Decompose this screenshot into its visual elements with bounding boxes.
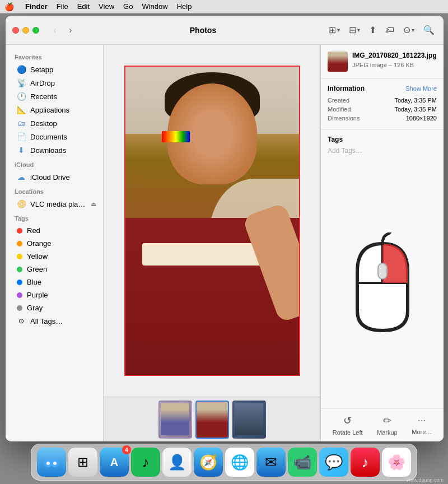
add-tags[interactable]: Add Tags…	[328, 147, 437, 155]
appstore-icon: A	[110, 456, 118, 469]
dock-mail[interactable]: ✉	[256, 448, 286, 477]
rotate-left-button[interactable]: ↺ Rotate Left	[328, 412, 367, 438]
search-icon: 🔍	[423, 25, 435, 35]
toolbar-icons: ⊞ ▾ ⊟ ▾ ⬆ 🏷 ⊙ ▾ 🔍	[326, 24, 437, 36]
dock-contacts[interactable]: 👤	[162, 448, 192, 477]
eject-icon[interactable]: ⏏	[91, 201, 96, 208]
sidebar-item-label: Desktop	[30, 119, 57, 128]
more-icon: ⊙	[403, 25, 410, 35]
sidebar-item-label: Recents	[30, 92, 57, 101]
sidebar-item-blue[interactable]: Blue	[8, 276, 101, 288]
main-photo-container[interactable]	[124, 66, 300, 376]
search-button[interactable]: 🔍	[421, 24, 437, 36]
markup-label: Markup	[377, 429, 398, 436]
dock-chrome[interactable]: 🌐	[225, 448, 254, 477]
sidebar-item-label: iCloud Drive	[30, 173, 70, 182]
sidebar: Favorites 🔵 Setapp 📡 AirDrop 🕐 Recents 📐…	[6, 45, 104, 441]
sidebar-item-gray[interactable]: Gray	[8, 301, 101, 314]
dock-spotify[interactable]: ♪	[131, 448, 160, 477]
sidebar-item-downloads[interactable]: ⬇ Downloads	[8, 143, 101, 157]
thumbnail-3[interactable]	[232, 401, 266, 439]
view-toggle-button[interactable]: ⊞ ▾	[326, 24, 342, 36]
sidebar-item-desktop[interactable]: 🗂 Desktop	[8, 117, 101, 130]
apple-menu[interactable]: 🍎	[4, 2, 14, 11]
menu-finder[interactable]: Finder	[25, 2, 48, 11]
maximize-button[interactable]	[32, 27, 39, 34]
dock-facetime[interactable]: 📹	[288, 448, 317, 477]
sidebar-item-label: Green	[27, 265, 47, 273]
minimize-button[interactable]	[22, 27, 29, 34]
sidebar-item-purple[interactable]: Purple	[8, 288, 101, 301]
gray-dot	[17, 305, 22, 311]
chevron-down-icon: ▾	[337, 27, 340, 33]
menu-file[interactable]: File	[57, 2, 68, 11]
grid-view-button[interactable]: ⊟ ▾	[347, 24, 362, 36]
tag-button[interactable]: 🏷	[383, 24, 396, 36]
sidebar-item-recents[interactable]: 🕐 Recents	[8, 90, 101, 103]
airdrop-icon: 📡	[17, 78, 26, 87]
sidebar-item-green[interactable]: Green	[8, 263, 101, 276]
dock-safari[interactable]: 🧭	[194, 448, 223, 477]
menu-edit[interactable]: Edit	[77, 2, 90, 11]
sidebar-item-red[interactable]: Red	[8, 224, 101, 237]
messages-icon: 💬	[325, 454, 343, 471]
icloud-icon: ☁	[17, 173, 26, 182]
sidebar-item-documents[interactable]: 📄 Documents	[8, 130, 101, 143]
sidebar-item-icloud-drive[interactable]: ☁ iCloud Drive	[8, 170, 101, 184]
finder-icon	[41, 452, 62, 472]
modified-value: Today, 3:35 PM	[394, 106, 437, 113]
sidebar-item-vlc[interactable]: 📀 VLC media pla… ⏏	[8, 197, 101, 211]
photo-rainbow	[162, 131, 190, 142]
sidebar-item-yellow[interactable]: Yellow	[8, 250, 101, 263]
close-button[interactable]	[12, 27, 19, 34]
sidebar-item-airdrop[interactable]: 📡 AirDrop	[8, 76, 101, 90]
back-button[interactable]: ‹	[48, 24, 62, 37]
sidebar-item-all-tags[interactable]: ⊙ All Tags…	[8, 314, 101, 328]
markup-button[interactable]: ✏ Markup	[372, 412, 402, 438]
menu-help[interactable]: Help	[177, 2, 192, 11]
menu-view[interactable]: View	[99, 2, 114, 11]
vlc-icon: 📀	[17, 199, 26, 208]
show-more-link[interactable]: Show More	[405, 85, 437, 92]
thumbnail-2[interactable]	[195, 401, 229, 439]
nav-buttons: ‹ ›	[48, 24, 77, 37]
sidebar-item-label: Blue	[27, 278, 41, 286]
info-section-header: Information Show More	[328, 85, 437, 92]
menu-window[interactable]: Window	[142, 2, 167, 11]
markup-icon: ✏	[383, 415, 391, 427]
sidebar-item-orange[interactable]: Orange	[8, 237, 101, 250]
more-dots-icon: ···	[418, 415, 426, 426]
thumbnail-1[interactable]	[158, 401, 192, 439]
menu-go[interactable]: Go	[123, 2, 133, 11]
sidebar-item-setapp[interactable]: 🔵 Setapp	[8, 63, 101, 76]
facetime-icon: 📹	[293, 454, 311, 471]
more-button[interactable]: ··· More…	[407, 412, 436, 438]
desktop-icon: 🗂	[17, 119, 26, 128]
grid-icon: ⊟	[349, 25, 356, 35]
share-button[interactable]: ⬆	[367, 24, 379, 36]
tags-label: Tags	[6, 211, 103, 224]
dock-appstore[interactable]: A 4	[100, 448, 129, 477]
dock-launchpad[interactable]: ⊞	[68, 448, 97, 477]
dock-messages[interactable]: 💬	[319, 448, 348, 477]
dock-finder[interactable]	[37, 448, 66, 477]
more-label: More…	[412, 429, 432, 435]
file-thumbnail	[328, 52, 348, 72]
right-panel-toolbar: ↺ Rotate Left ✏ Markup ··· More…	[321, 408, 444, 441]
file-header: IMG_20170820_161223.jpg JPEG image – 126…	[321, 45, 444, 79]
spotify-icon: ♪	[142, 454, 150, 471]
sidebar-item-applications[interactable]: 📐 Applications	[8, 103, 101, 117]
green-dot	[17, 267, 22, 272]
tags-title: Tags	[328, 136, 437, 143]
dock-music[interactable]: ♪	[351, 448, 380, 477]
chevron-down-icon2: ▾	[357, 27, 360, 33]
icloud-label: iCloud	[6, 157, 103, 170]
chrome-icon: 🌐	[231, 454, 249, 471]
dock-photos[interactable]: 🌸	[382, 448, 411, 477]
dimensions-label: Dimensions	[328, 115, 360, 122]
documents-icon: 📄	[17, 132, 26, 141]
action-button[interactable]: ⊙ ▾	[401, 24, 417, 36]
tag-icon: 🏷	[385, 25, 394, 35]
blue-dot	[17, 280, 22, 285]
forward-button[interactable]: ›	[64, 24, 77, 37]
